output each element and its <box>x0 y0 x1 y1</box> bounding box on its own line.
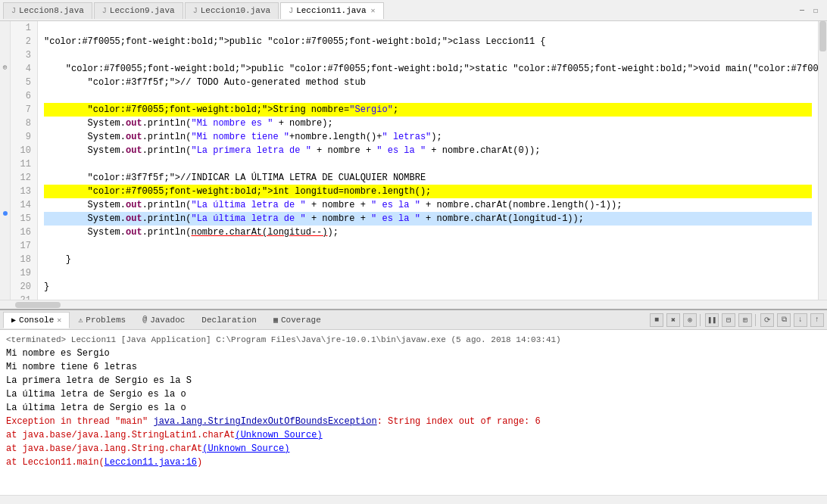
console-content[interactable]: <terminated> Leccion11 [Java Application… <box>0 330 827 495</box>
bottom-tab-javadoc[interactable]: @Javadoc <box>134 312 193 328</box>
gutter-item-14 <box>0 194 10 207</box>
tab-close-leccion11[interactable]: ✕ <box>371 6 376 15</box>
line-number-4: 4 <box>14 62 31 76</box>
bottom-tab-label-problems: Problems <box>86 316 126 325</box>
console-unknown-source-6[interactable]: (Unknown Source) <box>235 430 322 440</box>
tab-icon-leccion9: J <box>102 7 107 15</box>
debug-dot <box>3 211 8 216</box>
line-numbers: 123456789101112131415161718192021 <box>11 21 38 300</box>
bottom-tab-label-console: Console <box>19 316 54 325</box>
bottom-tab-icon-javadoc: @ <box>142 316 147 324</box>
gutter-item-2 <box>0 35 10 48</box>
tab-label-leccion10: Leccion10.java <box>201 6 270 15</box>
code-area[interactable]: "color:#7f0055;font-weight:bold;">public… <box>38 21 818 300</box>
line-number-10: 10 <box>14 144 31 157</box>
terminate-button[interactable]: ✖ <box>666 313 680 327</box>
bottom-tab-icon-problems: ⚠ <box>78 316 83 325</box>
pin-button[interactable]: ⧉ <box>777 313 791 327</box>
line-number-13: 13 <box>14 185 31 198</box>
line-number-16: 16 <box>14 226 31 239</box>
gutter-item-12 <box>0 167 10 181</box>
restore-button[interactable]: ☐ <box>810 5 821 16</box>
console-line-5: Exception in thread "main" java.lang.Str… <box>6 415 821 428</box>
gutter-item-5 <box>0 74 10 88</box>
bottom-tab-console[interactable]: ▶Console✕ <box>3 312 70 328</box>
bottom-toolbar: ■✖⊗❚❚⊟⊞⟳⧉↓↑ <box>648 313 824 327</box>
line-number-5: 5 <box>14 76 31 89</box>
console-line-2: La primera letra de Sergio es la S <box>6 374 821 387</box>
tab-leccion10[interactable]: JLeccion10.java <box>185 2 279 19</box>
code-line-15: System.out.println("La última letra de "… <box>44 212 812 226</box>
remove-all-button[interactable]: ⊗ <box>683 313 697 327</box>
line-number-21: 21 <box>14 294 31 300</box>
bottom-tab-problems[interactable]: ⚠Problems <box>70 312 134 328</box>
editor-content: ⊕ 123456789101112131415161718192021 "col… <box>0 21 827 300</box>
gutter-item-3 <box>0 48 10 61</box>
gutter-item-19 <box>0 260 10 274</box>
scrollbar-thumb <box>819 21 826 51</box>
gutter-item-18 <box>0 247 10 260</box>
gutter-item-21 <box>0 287 10 300</box>
code-line-17 <box>44 239 812 253</box>
minimize-button[interactable]: — <box>797 5 807 16</box>
code-line-18: } <box>44 253 812 266</box>
open-console-button[interactable]: ⊟ <box>722 313 735 327</box>
gutter-item-9 <box>0 127 10 141</box>
gutter-item-8 <box>0 114 10 128</box>
stop-button[interactable]: ■ <box>650 313 663 327</box>
scroll-down-button[interactable]: ↓ <box>794 313 807 327</box>
console-terminated-line: <terminated> Leccion11 [Java Application… <box>6 333 821 347</box>
tab-leccion9[interactable]: JLeccion9.java <box>94 2 183 19</box>
tab-icon-leccion8: J <box>11 7 16 15</box>
bottom-tab-coverage[interactable]: ▦Coverage <box>265 312 329 328</box>
left-gutter: ⊕ <box>0 21 11 300</box>
toolbar-separator-2 <box>700 314 701 326</box>
line-number-8: 8 <box>14 117 31 130</box>
code-line-12: "color:#3f7f5f;">//INDICAR LA ÚLTIMA LET… <box>44 171 812 185</box>
code-line-9: System.out.println("Mi nombre tiene "+no… <box>44 130 812 144</box>
code-line-4: "color:#7f0055;font-weight:bold;">public… <box>44 62 812 76</box>
code-line-21 <box>44 294 812 300</box>
code-line-8: System.out.println("Mi nombre es " + nom… <box>44 117 812 130</box>
tab-icon-leccion10: J <box>193 7 198 15</box>
tab-icon-leccion11: J <box>289 7 293 15</box>
gutter-item-7 <box>0 101 10 114</box>
code-line-2: "color:#7f0055;font-weight:bold;">public… <box>44 35 812 48</box>
horizontal-scrollbar[interactable] <box>0 300 827 309</box>
suspend-button[interactable]: ❚❚ <box>705 313 719 327</box>
open-debug-button[interactable]: ⊞ <box>738 313 752 327</box>
bottom-tab-bar: ▶Console✕⚠Problems@JavadocDeclaration▦Co… <box>0 310 827 330</box>
console-line-6: at java.base/java.lang.StringLatin1.char… <box>6 428 821 442</box>
scroll-up-button[interactable]: ↑ <box>810 313 824 327</box>
h-scrollbar-thumb <box>15 302 61 308</box>
console-line-4: La última letra de Sergio es la o <box>6 401 821 415</box>
gutter-item-16 <box>0 220 10 234</box>
bottom-tab-bar-content: ▶Console✕⚠Problems@JavadocDeclaration▦Co… <box>3 312 648 328</box>
tab-leccion8[interactable]: JLeccion8.java <box>3 2 92 19</box>
console-h-scrollbar[interactable] <box>0 495 827 504</box>
bottom-tab-icon-coverage: ▦ <box>273 316 278 325</box>
tab-leccion11[interactable]: JLeccion11.java✕ <box>280 2 383 19</box>
gutter-item-1 <box>0 21 10 35</box>
refresh-button[interactable]: ⟳ <box>760 313 774 327</box>
code-line-16: System.out.println(nombre.charAt(longitu… <box>44 226 812 239</box>
line-number-20: 20 <box>14 280 31 294</box>
tab-bar-right: — ☐ <box>797 5 824 16</box>
console-link-8[interactable]: Leccion11.java:16 <box>105 457 197 468</box>
gutter-item-17 <box>0 234 10 247</box>
line-number-6: 6 <box>14 89 31 103</box>
line-number-2: 2 <box>14 35 31 48</box>
gutter-item-20 <box>0 273 10 287</box>
toolbar-separator-5 <box>755 314 756 326</box>
line-number-3: 3 <box>14 48 31 62</box>
code-line-11 <box>44 157 812 171</box>
line-number-9: 9 <box>14 130 31 144</box>
bottom-tab-close-console[interactable]: ✕ <box>57 316 61 325</box>
fold-arrow-icon[interactable]: ⊕ <box>2 63 7 72</box>
console-unknown-source-7[interactable]: (Unknown Source) <box>202 443 289 454</box>
gutter-item-13 <box>0 180 10 194</box>
vertical-scrollbar[interactable] <box>818 21 827 300</box>
editor-area: ⊕ 123456789101112131415161718192021 "col… <box>0 21 827 309</box>
gutter-item-6 <box>0 88 10 101</box>
bottom-tab-declaration[interactable]: Declaration <box>193 312 265 328</box>
